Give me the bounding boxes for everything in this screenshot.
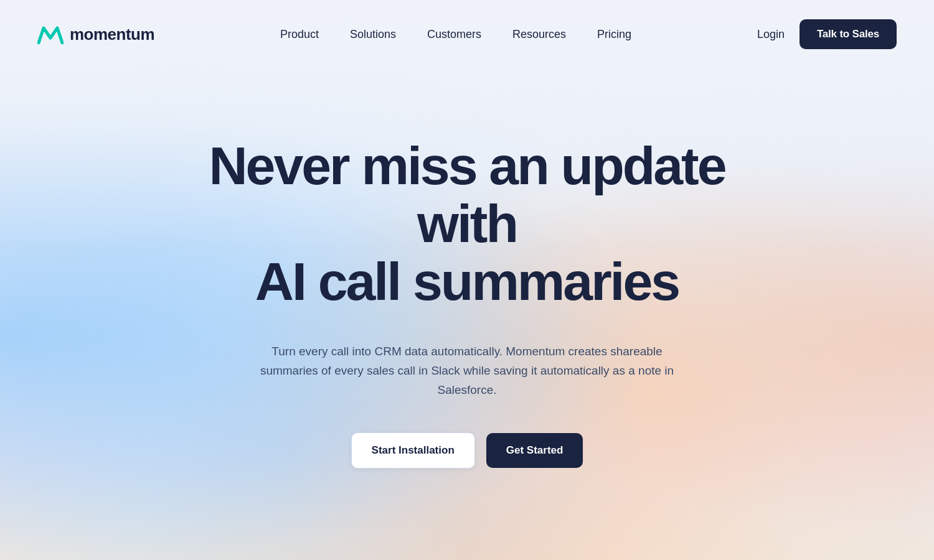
hero-section: Never miss an update with AI call summar… bbox=[0, 68, 934, 469]
hero-title-line1: Never miss an update with bbox=[209, 136, 725, 253]
hero-title-line2: AI call summaries bbox=[255, 251, 679, 311]
logo-icon bbox=[37, 24, 64, 44]
get-started-button[interactable]: Get Started bbox=[486, 433, 583, 468]
start-installation-button[interactable]: Start Installation bbox=[351, 432, 475, 469]
nav-customers[interactable]: Customers bbox=[427, 28, 481, 41]
navbar: momentum Product Solutions Customers Res… bbox=[0, 0, 934, 68]
nav-actions: Login Talk to Sales bbox=[757, 19, 897, 49]
nav-links: Product Solutions Customers Resources Pr… bbox=[280, 28, 631, 41]
logo[interactable]: momentum bbox=[37, 24, 154, 44]
hero-buttons: Start Installation Get Started bbox=[351, 432, 583, 469]
nav-pricing[interactable]: Pricing bbox=[597, 28, 631, 41]
nav-resources[interactable]: Resources bbox=[512, 28, 566, 41]
nav-product[interactable]: Product bbox=[280, 28, 319, 41]
nav-solutions[interactable]: Solutions bbox=[350, 28, 396, 41]
logo-text: momentum bbox=[70, 25, 154, 44]
hero-subtitle: Turn every call into CRM data automatica… bbox=[255, 342, 679, 400]
login-link[interactable]: Login bbox=[757, 28, 785, 41]
talk-to-sales-button[interactable]: Talk to Sales bbox=[800, 19, 897, 49]
hero-title: Never miss an update with AI call summar… bbox=[171, 137, 763, 310]
